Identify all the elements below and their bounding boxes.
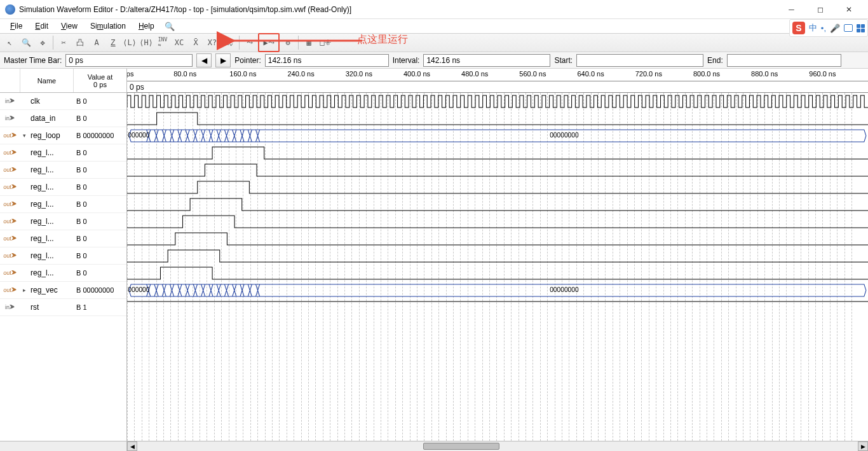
random-icon[interactable]: X? [204, 34, 220, 51]
signal-value: B 0 [74, 200, 126, 208]
io-badge: out⮞ [0, 235, 20, 242]
waveform-row[interactable] [127, 247, 868, 265]
waveform-body[interactable]: 0000000000000000000000000000 [127, 93, 868, 441]
master-time-input[interactable] [65, 54, 193, 67]
snap-icon[interactable]: ⤳ [241, 34, 258, 51]
io-badge: out⮞ [0, 201, 20, 207]
tool-icon-b[interactable]: ▦ [301, 34, 317, 51]
hscroll-left-button[interactable]: ◀ [127, 441, 137, 451]
interval-input[interactable] [423, 54, 550, 67]
signal-row[interactable]: out⮞ reg_l... B 0 [0, 196, 126, 213]
signal-row[interactable]: out⮞ reg_l... B 0 [0, 247, 126, 265]
signal-name: reg_l... [20, 148, 74, 157]
io-badge: out⮞ [0, 287, 20, 293]
signal-row[interactable]: out⮞ reg_l... B 0 [0, 213, 126, 230]
waveform-row[interactable] [127, 265, 868, 282]
ime-mic-icon[interactable]: 🎤 [830, 24, 840, 33]
waveform-row[interactable] [127, 162, 868, 179]
ime-widget[interactable]: S 中 •, 🎤 [789, 19, 868, 37]
io-badge: in⮞ [0, 115, 20, 121]
hscroll-right-button[interactable]: ▶ [858, 441, 868, 451]
ime-grid-icon[interactable] [857, 24, 865, 32]
waveform-row[interactable]: 00000000000000 [127, 127, 868, 144]
pointer-input[interactable] [265, 54, 389, 67]
waveform-row[interactable] [127, 110, 868, 127]
signal-row[interactable]: out⮞ reg_l... B 0 [0, 162, 126, 179]
count-icon[interactable]: XC [171, 34, 187, 51]
signal-row[interactable]: in⮞ clk B 0 [0, 93, 126, 110]
signal-row[interactable]: out⮞ ▾reg_loop B 00000000 [0, 127, 126, 144]
menu-edit[interactable]: Edit [29, 20, 55, 32]
signal-name: reg_l... [20, 251, 74, 260]
ime-keyboard-icon[interactable] [844, 24, 853, 32]
menu-file[interactable]: File [4, 20, 29, 32]
ruler-tick: 80.0 ns [173, 70, 196, 78]
force-h-icon[interactable]: ⟨H⟩ [138, 34, 154, 51]
menu-view[interactable]: View [55, 20, 84, 32]
wave-hscroll[interactable]: ◀ ▶ [127, 441, 868, 451]
signal-row[interactable]: out⮞ reg_l... B 0 [0, 144, 126, 162]
ruler-tick: 480.0 ns [461, 70, 488, 78]
arb-value-icon[interactable]: R⌄ [220, 34, 237, 51]
signal-name: reg_l... [20, 200, 74, 209]
time-ruler[interactable]: 0 ps80.0 ns160.0 ns240.0 ns320.0 ns400.0… [127, 69, 868, 81]
maximize-button[interactable]: ◻ [806, 0, 834, 19]
signal-row[interactable]: out⮞ reg_l... B 0 [0, 230, 126, 247]
waveform-row[interactable] [127, 144, 868, 162]
overwrite-clock-icon[interactable]: X̄ [187, 34, 204, 51]
force-z-icon[interactable]: Z [105, 34, 121, 51]
cut-icon[interactable]: ✂ [55, 34, 72, 51]
force-l-icon[interactable]: ⟨L⟩ [121, 34, 138, 51]
start-input[interactable] [576, 54, 703, 67]
waveform-row[interactable] [127, 179, 868, 196]
col-value-header[interactable]: Value at 0 ps [74, 69, 126, 92]
waveform-row[interactable] [127, 213, 868, 230]
waveform-row[interactable]: 00000000000000 [127, 282, 868, 299]
annotation-text: 点这里运行 [357, 33, 408, 46]
ime-punct-icon[interactable]: •, [821, 24, 826, 33]
hscroll-thumb[interactable] [423, 443, 499, 450]
invert-icon[interactable]: INV⇋ [154, 34, 171, 51]
svg-text:00000000: 00000000 [550, 132, 579, 139]
waveform-row[interactable] [127, 93, 868, 110]
run-simulation-button[interactable]: ▶⤳ [258, 33, 280, 52]
minimize-button[interactable]: ─ [777, 0, 806, 19]
io-badge: out⮞ [0, 149, 20, 156]
signal-row[interactable]: in⮞ data_in B 0 [0, 110, 126, 127]
ime-lang[interactable]: 中 [809, 22, 817, 34]
waveform-panel[interactable]: 0 ps80.0 ns160.0 ns240.0 ns320.0 ns400.0… [127, 69, 868, 451]
signal-list-panel: Name Value at 0 ps in⮞ clk B 0in⮞ data_i… [0, 69, 127, 451]
menu-simulation[interactable]: Simulation [84, 20, 132, 32]
signal-row[interactable]: out⮞ ▸reg_vec B 00000000 [0, 282, 126, 299]
waveform-row[interactable] [127, 196, 868, 213]
signal-value: B 1 [74, 303, 126, 311]
forcing-low-icon[interactable]: 凸 [72, 34, 88, 51]
signal-row[interactable]: in⮞ rst B 1 [0, 299, 126, 316]
left-hscroll[interactable] [0, 441, 126, 451]
tool-icon-a[interactable]: ⚙ [280, 34, 296, 51]
io-badge: out⮞ [0, 184, 20, 190]
menu-help[interactable]: Help [132, 20, 161, 32]
time-next-button[interactable]: ▶ [215, 53, 231, 67]
ruler-tick: 640.0 ns [577, 70, 604, 78]
svg-text:000000: 000000 [128, 286, 149, 293]
signal-row[interactable]: out⮞ reg_l... B 0 [0, 265, 126, 282]
forcing-high-icon[interactable]: A [88, 34, 105, 51]
signal-rows: in⮞ clk B 0in⮞ data_in B 0out⮞ ▾reg_loop… [0, 93, 126, 441]
zoom-tool-icon[interactable]: 🔍 [18, 34, 34, 51]
interval-label: Interval: [393, 56, 420, 65]
ruler-tick: 240.0 ns [287, 70, 314, 78]
signal-value: B 0 [74, 149, 126, 156]
hand-tool-icon[interactable]: ✥ [34, 34, 51, 51]
col-name-header[interactable]: Name [20, 69, 74, 92]
time-prev-button[interactable]: ◀ [196, 53, 212, 67]
close-button[interactable]: ✕ [834, 0, 863, 19]
signal-row[interactable]: out⮞ reg_l... B 0 [0, 179, 126, 196]
waveform-row[interactable] [127, 299, 868, 316]
pointer-tool-icon[interactable]: ↖ [1, 34, 18, 51]
waveform-row[interactable] [127, 230, 868, 247]
signal-name: rst [20, 303, 74, 312]
end-input[interactable] [727, 54, 841, 67]
tool-icon-c[interactable]: □⁜ [317, 34, 334, 51]
search-icon[interactable]: 🔍 [165, 22, 175, 31]
